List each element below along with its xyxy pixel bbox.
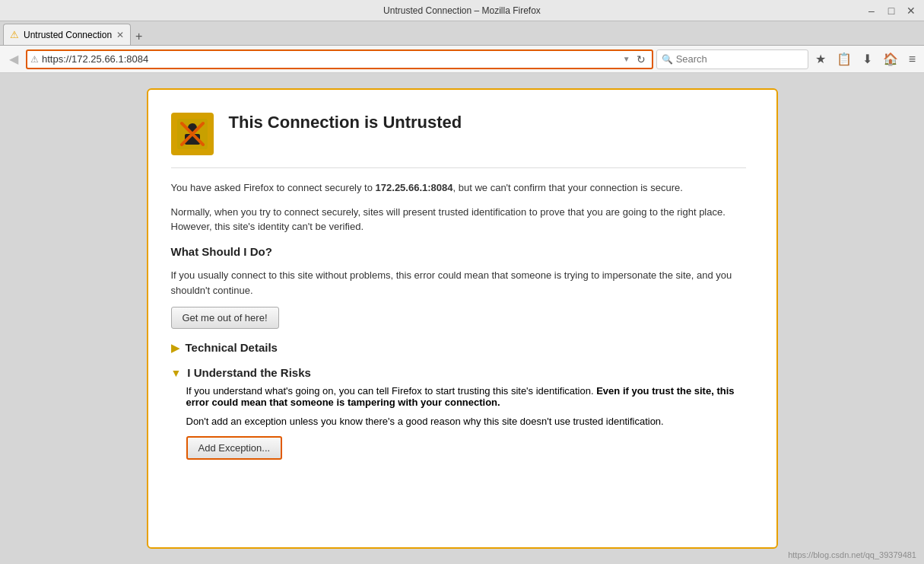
error-para1-url: 172.25.66.1:8084 — [376, 182, 453, 193]
get-out-button[interactable]: Get me out of here! — [171, 307, 279, 329]
error-para1-text-c: , but we can't confirm that your connect… — [453, 182, 683, 193]
window-title: Untrusted Connection – Mozilla Firefox — [383, 5, 541, 16]
what-should-i-do-title: What Should I Do? — [171, 244, 746, 261]
error-box: This Connection is Untrusted You have as… — [147, 88, 778, 549]
tab-close-button[interactable]: ✕ — [116, 30, 124, 40]
error-icon-svg — [176, 117, 209, 151]
menu-button[interactable]: ≡ — [905, 51, 919, 68]
understand-risks-arrow: ▼ — [171, 367, 182, 379]
understand-risks-content: If you understand what's going on, you c… — [171, 385, 746, 460]
technical-details-header[interactable]: ▶ Technical Details — [171, 341, 746, 354]
window-controls: – □ ✕ — [865, 5, 918, 17]
understand-para2: Don't add an exception unless you know t… — [186, 416, 746, 427]
understand-para1: If you understand what's going on, you c… — [186, 385, 746, 408]
reload-button[interactable]: ↻ — [633, 53, 649, 65]
what-para: If you usually connect to this site with… — [171, 268, 746, 298]
error-icon — [171, 113, 214, 155]
error-para2: Normally, when you try to connect secure… — [171, 205, 746, 234]
maximize-button[interactable]: □ — [884, 5, 898, 17]
tab-bar: ⚠ Untrusted Connection ✕ + — [0, 21, 924, 46]
minimize-button[interactable]: – — [865, 5, 878, 17]
close-button[interactable]: ✕ — [904, 5, 918, 17]
address-dropdown[interactable]: ▼ — [623, 55, 630, 63]
understand-risks-title: I Understand the Risks — [187, 366, 311, 379]
error-header: This Connection is Untrusted — [171, 113, 746, 168]
download-button[interactable]: ⬇ — [859, 50, 876, 68]
back-button[interactable]: ◀ — [5, 50, 23, 68]
page-content: This Connection is Untrusted You have as… — [0, 73, 924, 564]
add-exception-button[interactable]: Add Exception... — [186, 436, 283, 460]
understand-para1a: If you understand what's going on, you c… — [186, 385, 597, 397]
history-button[interactable]: 📋 — [833, 50, 856, 68]
home-button[interactable]: 🏠 — [879, 50, 902, 68]
address-bar-container: ⚠ ▼ ↻ — [26, 49, 653, 69]
technical-details-arrow: ▶ — [171, 342, 179, 354]
new-tab-button[interactable]: + — [131, 30, 147, 43]
search-bar-container: 🔍 — [656, 49, 808, 69]
understand-risks-header[interactable]: ▼ I Understand the Risks — [171, 366, 746, 379]
tab-label: Untrusted Connection — [24, 30, 112, 40]
title-bar: Untrusted Connection – Mozilla Firefox –… — [0, 0, 924, 21]
watermark: https://blog.csdn.net/qq_39379481 — [788, 550, 916, 559]
dropdown-arrow: ▼ — [623, 55, 630, 63]
technical-details-section: ▶ Technical Details — [171, 341, 746, 354]
technical-details-title: Technical Details — [186, 341, 278, 354]
error-title: This Connection is Untrusted — [229, 113, 462, 132]
understand-risks-section: ▼ I Understand the Risks If you understa… — [171, 366, 746, 460]
bookmark-button[interactable]: ★ — [811, 50, 830, 68]
tab-warning-icon: ⚠ — [10, 29, 19, 40]
error-para1: You have asked Firefox to connect secure… — [171, 180, 746, 196]
search-icon: 🔍 — [662, 54, 673, 65]
tab-untrusted-connection[interactable]: ⚠ Untrusted Connection ✕ — [3, 24, 131, 45]
error-body: You have asked Firefox to connect secure… — [171, 180, 746, 329]
address-warning-icon: ⚠ — [30, 54, 39, 65]
search-input[interactable] — [676, 53, 798, 65]
error-para1-text-a: You have asked Firefox to connect secure… — [171, 182, 376, 193]
nav-bar: ◀ ⚠ ▼ ↻ 🔍 ★ 📋 ⬇ 🏠 ≡ — [0, 46, 924, 73]
address-input[interactable] — [42, 53, 620, 65]
